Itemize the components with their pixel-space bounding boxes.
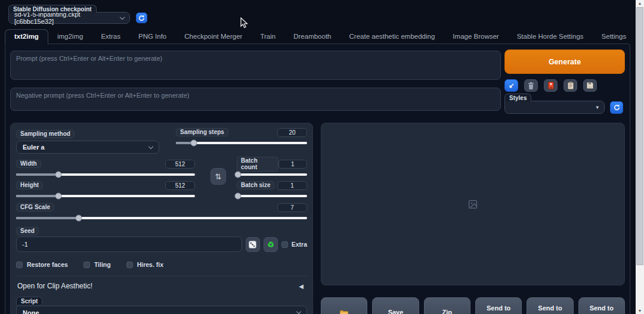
batch-count-slider[interactable] xyxy=(237,173,307,176)
script-value: None xyxy=(23,309,39,314)
restore-faces-option: Restore faces xyxy=(16,261,68,268)
restore-faces-label: Restore faces xyxy=(27,261,68,268)
recycle-icon: ♻ xyxy=(267,240,274,249)
tab-dreambooth[interactable]: Dreambooth xyxy=(284,30,340,43)
generate-button[interactable]: Generate xyxy=(504,49,625,74)
batch-size-block: Batch size 1 xyxy=(237,181,307,197)
cfg-scale-number[interactable]: 7 xyxy=(277,203,307,212)
batch-size-number[interactable]: 1 xyxy=(277,181,307,190)
random-seed-button[interactable] xyxy=(246,237,260,252)
tiling-option: Tiling xyxy=(83,261,111,268)
slider-fill xyxy=(16,195,58,197)
swap-width-height-button[interactable]: ⇅ xyxy=(210,168,226,185)
seed-input[interactable] xyxy=(16,237,242,252)
scrollbar-thumb[interactable] xyxy=(636,7,643,265)
tab-create-aesthetic-embedding[interactable]: Create aesthetic embedding xyxy=(340,30,444,43)
zip-button[interactable]: Zip xyxy=(424,297,470,314)
txt2img-panel: Generate ↙ xyxy=(5,43,630,314)
prompt-input[interactable] xyxy=(10,51,501,80)
settings-panel: Sampling method Euler a Sampling steps 2… xyxy=(10,123,313,314)
dimensions-column: Width 512 Height 512 xyxy=(16,159,195,197)
slider-thumb[interactable] xyxy=(75,215,82,222)
batch-count-label: Batch count xyxy=(237,157,278,172)
tiling-checkbox[interactable] xyxy=(83,262,90,268)
batch-size-slider[interactable] xyxy=(237,195,307,197)
prompt-tools: ↙ xyxy=(504,79,625,92)
script-select[interactable]: None xyxy=(16,306,307,314)
batch-column: Batch count 1 Batch size 1 xyxy=(237,159,307,197)
checkpoint-select[interactable]: sd-v1-5-inpainting.ckpt [c6bbc15e32] xyxy=(8,12,130,24)
send-to-inpaint-button[interactable]: Send to inpaint xyxy=(527,297,573,314)
height-number[interactable]: 512 xyxy=(165,181,195,190)
styles-block: Styles ▾ xyxy=(504,94,605,114)
sampling-method-value: Euler a xyxy=(23,144,45,151)
seed-block: Seed ♻ xyxy=(16,225,307,252)
reuse-seed-button[interactable]: ♻ xyxy=(264,237,278,252)
slider-thumb[interactable] xyxy=(55,193,61,200)
apply-style-button[interactable] xyxy=(564,79,577,92)
cfg-scale-slider[interactable] xyxy=(16,217,307,219)
refresh-checkpoint-button[interactable] xyxy=(136,13,147,23)
generation-section: Sampling method Euler a Sampling steps 2… xyxy=(10,123,625,314)
clip-aesthetic-accordion[interactable]: Open for Clip Aesthetic! ◀ xyxy=(16,276,307,294)
dropdown-caret-icon: ▾ xyxy=(596,104,599,110)
slider-thumb[interactable] xyxy=(55,172,61,178)
tab-png-info[interactable]: PNG Info xyxy=(129,30,175,43)
width-number[interactable]: 512 xyxy=(165,160,195,169)
styles-label: Styles xyxy=(504,94,531,101)
clip-aesthetic-title: Open for Clip Aesthetic! xyxy=(17,282,92,290)
batch-count-number[interactable]: 1 xyxy=(278,160,307,169)
script-block: Script None xyxy=(16,295,307,314)
sampling-steps-label: Sampling steps xyxy=(176,128,228,136)
refresh-styles-button[interactable] xyxy=(610,101,623,114)
dimensions-row: Width 512 Height 512 xyxy=(16,159,307,197)
tab-train[interactable]: Train xyxy=(251,30,284,43)
send-to-img2img-button[interactable]: Send to img2img xyxy=(475,297,522,314)
sampling-steps-slider[interactable] xyxy=(176,142,307,144)
sampling-method-select[interactable]: Euler a xyxy=(16,141,159,154)
hires-fix-option: Hires. fix xyxy=(126,261,163,268)
chevron-down-icon xyxy=(148,144,153,148)
save-button[interactable]: Save xyxy=(372,297,419,314)
tab-stable-horde-settings[interactable]: Stable Horde Settings xyxy=(508,30,593,43)
tab-img2img[interactable]: img2img xyxy=(48,30,92,43)
width-slider[interactable] xyxy=(16,173,195,176)
refresh-icon xyxy=(138,15,145,21)
styles-select[interactable]: ▾ xyxy=(504,101,605,114)
height-block: Height 512 xyxy=(16,181,195,197)
hires-fix-checkbox[interactable] xyxy=(126,262,133,268)
save-style-button[interactable] xyxy=(583,79,597,92)
paste-params-button[interactable]: ↙ xyxy=(504,79,518,92)
width-label: Width xyxy=(16,160,41,168)
generate-column: Generate ↙ xyxy=(504,49,625,114)
height-slider[interactable] xyxy=(16,195,195,197)
tab-image-browser[interactable]: Image Browser xyxy=(444,30,507,43)
image-placeholder-icon xyxy=(468,200,478,209)
slider-thumb[interactable] xyxy=(235,193,242,200)
slider-thumb[interactable] xyxy=(190,140,197,147)
seed-extra-checkbox[interactable] xyxy=(281,241,288,248)
chevron-down-icon xyxy=(296,309,301,314)
tab-extras[interactable]: Extras xyxy=(92,30,129,43)
height-label: Height xyxy=(16,181,43,189)
clear-prompt-button[interactable] xyxy=(524,79,538,92)
floppy-save-icon xyxy=(587,82,593,89)
seed-label: Seed xyxy=(16,227,39,235)
extra-networks-button[interactable] xyxy=(544,79,558,92)
hires-fix-label: Hires. fix xyxy=(137,261,163,268)
open-folder-button[interactable] xyxy=(321,297,367,314)
scroll-down-icon[interactable]: ▼ xyxy=(636,309,644,313)
sampling-method-block: Sampling method Euler a xyxy=(16,128,159,154)
tab-checkpoint-merger[interactable]: Checkpoint Merger xyxy=(175,30,251,43)
slider-thumb[interactable] xyxy=(235,172,242,178)
sampler-row: Sampling method Euler a Sampling steps 2… xyxy=(16,128,307,154)
tab-txt2img[interactable]: txt2img xyxy=(5,29,48,44)
sampling-steps-number[interactable]: 20 xyxy=(277,128,307,137)
negative-prompt-input[interactable] xyxy=(10,88,501,111)
window-scrollbar[interactable]: ▲ ▼ xyxy=(636,0,644,314)
restore-faces-checkbox[interactable] xyxy=(16,262,23,268)
tab-settings[interactable]: Settings xyxy=(593,30,636,43)
scroll-up-icon[interactable]: ▲ xyxy=(636,1,644,5)
swap-arrows-icon: ⇅ xyxy=(215,172,222,181)
send-to-extras-button[interactable]: Send to extras xyxy=(578,297,625,314)
